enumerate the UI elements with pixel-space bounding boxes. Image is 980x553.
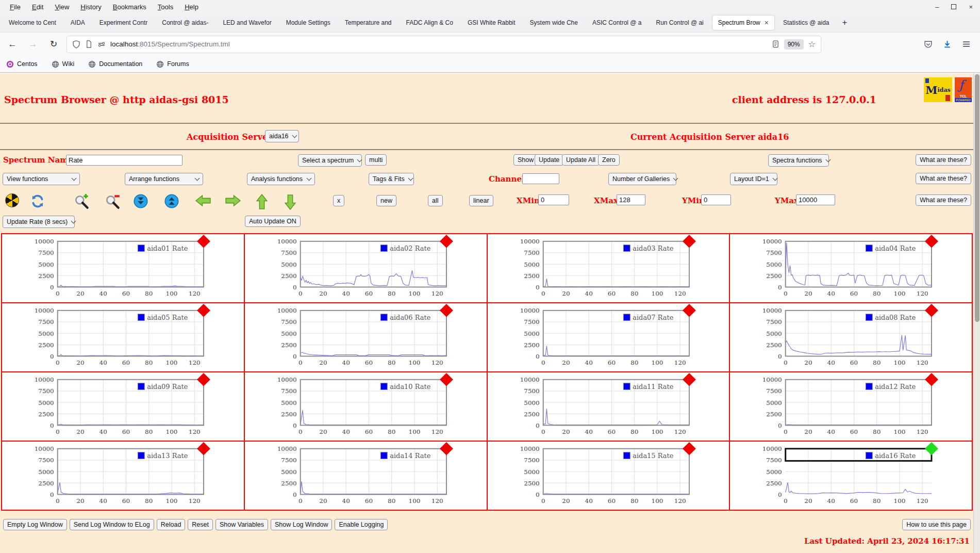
tab-control-aidas[interactable]: Control @ aidas- [156, 15, 214, 30]
pocket-icon[interactable] [924, 40, 933, 48]
status-diamond-icon[interactable] [197, 304, 210, 317]
page-scrollbar[interactable] [973, 73, 980, 553]
chart-panel-aida08-rate[interactable]: 020406080100120025005000750010000aida08 … [729, 303, 972, 372]
tab-spectrum-brow[interactable]: Spectrum Brow× [712, 15, 774, 30]
spectrum-name-input[interactable] [66, 155, 182, 166]
new-button[interactable]: new [376, 195, 396, 206]
tab-welcome-to-cent[interactable]: Welcome to Cent [3, 15, 62, 30]
forward-button[interactable]: → [26, 39, 40, 50]
chart-panel-aida15-rate[interactable]: 020406080100120025005000750010000aida15 … [487, 441, 730, 510]
tab-statistics-aida[interactable]: Statistics @ aida [777, 15, 835, 30]
menu-edit[interactable]: Edit [27, 2, 48, 12]
status-diamond-icon[interactable] [197, 442, 210, 456]
enable-logging-button[interactable]: Enable Logging [335, 519, 388, 530]
menu-history[interactable]: History [76, 2, 106, 12]
downloads-icon[interactable] [943, 40, 952, 48]
what-are-these-button[interactable]: What are these? [916, 173, 971, 184]
tab-close-icon[interactable]: × [765, 19, 769, 27]
connection-icon[interactable] [97, 40, 106, 48]
scrollbar-thumb[interactable] [975, 74, 979, 322]
arrow-right-icon[interactable] [224, 193, 241, 208]
status-diamond-icon[interactable] [440, 235, 453, 248]
url-bar[interactable]: localhost:8015/Spectrum/Spectrum.tml 90%… [67, 36, 821, 53]
status-diamond-icon[interactable] [197, 235, 210, 248]
chart-panel-aida14-rate[interactable]: 020406080100120025005000750010000aida14 … [244, 441, 487, 510]
show-log-window-button[interactable]: Show Log Window [271, 519, 333, 530]
minimize-button[interactable]: – [935, 4, 939, 10]
reset-button[interactable]: Reset [188, 519, 213, 530]
bookmark-documentation[interactable]: Documentation [88, 60, 142, 68]
arrow-up-icon[interactable] [255, 193, 269, 210]
refresh-icon[interactable] [29, 193, 46, 209]
tab-module-settings[interactable]: Module Settings [280, 15, 336, 30]
menu-tools[interactable]: Tools [153, 2, 178, 12]
zoom-out-icon[interactable] [105, 193, 121, 210]
update-rate-dropdown[interactable]: Update Rate (8 secs) [3, 216, 75, 228]
status-diamond-icon[interactable] [925, 235, 938, 248]
all-button[interactable]: all [428, 195, 443, 206]
tab-gsi-white-rabbit[interactable]: GSI White Rabbit [462, 15, 521, 30]
bookmark-star-icon[interactable]: ☆ [808, 39, 816, 49]
what-are-these-button[interactable]: What are these? [916, 194, 971, 206]
page-info-icon[interactable] [85, 40, 93, 48]
menu-file[interactable]: File [5, 2, 25, 12]
acquisition-server-select[interactable]: aida16 [265, 130, 299, 142]
chart-panel-aida10-rate[interactable]: 020406080100120025005000750010000aida10 … [244, 372, 487, 441]
spectra-functions-dropdown[interactable]: Spectra functions [768, 154, 829, 167]
update-all-button[interactable]: Update All [562, 154, 600, 166]
chart-panel-aida01-rate[interactable]: 020406080100120025005000750010000aida01 … [2, 234, 244, 303]
bookmark-forums[interactable]: Forums [156, 60, 189, 68]
empty-log-window-button[interactable]: Empty Log Window [3, 519, 67, 530]
status-diamond-icon[interactable] [197, 373, 210, 386]
chart-panel-aida06-rate[interactable]: 020406080100120025005000750010000aida06 … [244, 303, 487, 372]
zoom-in-icon[interactable] [74, 193, 90, 210]
xmin-input[interactable] [538, 194, 569, 205]
chart-panel-aida03-rate[interactable]: 020406080100120025005000750010000aida03 … [487, 234, 730, 303]
channel-input[interactable] [522, 173, 559, 184]
ymax-input[interactable] [796, 194, 835, 205]
multi-button[interactable]: multi [365, 154, 387, 166]
menu-bookmarks[interactable]: Bookmarks [108, 2, 151, 12]
reload-button[interactable]: Reload [157, 519, 186, 530]
menu-hamburger-icon[interactable] [962, 40, 971, 48]
status-diamond-icon[interactable] [682, 304, 695, 317]
zoom-level-badge[interactable]: 90% [784, 39, 804, 50]
view-functions-dropdown[interactable]: View functions [3, 173, 80, 185]
linear-button[interactable]: linear [469, 195, 493, 206]
maximize-button[interactable] [951, 4, 956, 9]
number-of-galleries-dropdown[interactable]: Number of Galleries [608, 173, 676, 185]
status-diamond-icon[interactable] [682, 235, 695, 248]
auto-update-button[interactable]: Auto Update ON [245, 216, 301, 227]
send-log-window-to-elog-button[interactable]: Send Log Window to ELog [70, 519, 154, 530]
select-spectrum-dropdown[interactable]: Select a spectrum [298, 154, 362, 167]
tab-asic-control-a[interactable]: ASIC Control @ a [587, 15, 647, 30]
status-diamond-icon[interactable] [925, 304, 938, 317]
tab-aida[interactable]: AIDA [65, 15, 91, 30]
radiation-icon[interactable] [5, 193, 19, 207]
chart-panel-aida07-rate[interactable]: 020406080100120025005000750010000aida07 … [487, 303, 730, 372]
tags-fits-dropdown[interactable]: Tags & Fits [369, 173, 414, 185]
arrange-functions-dropdown[interactable]: Arrange functions [125, 173, 203, 185]
status-diamond-icon[interactable] [440, 442, 453, 456]
show-variables-button[interactable]: Show Variables [215, 519, 268, 530]
bookmark-wiki[interactable]: Wiki [52, 60, 75, 68]
url-text[interactable]: localhost:8015/Spectrum/Spectrum.tml [110, 40, 767, 48]
chart-panel-aida04-rate[interactable]: 020406080100120025005000750010000aida04 … [729, 234, 972, 303]
back-button[interactable]: ← [5, 39, 20, 50]
bookmark-centos[interactable]: Centos [6, 60, 38, 68]
arrow-down-icon[interactable] [283, 193, 297, 210]
tab-temperature-and[interactable]: Temperature and [339, 15, 397, 30]
tab-fadc-align-co[interactable]: FADC Align & Co [401, 15, 459, 30]
tab-led-and-wavefor[interactable]: LED and Wavefor [217, 15, 277, 30]
status-diamond-icon[interactable] [682, 442, 695, 456]
zero-button[interactable]: Zero [598, 154, 620, 166]
menu-help[interactable]: Help [180, 2, 203, 12]
chart-panel-aida02-rate[interactable]: 020406080100120025005000750010000aida02 … [244, 234, 487, 303]
chart-panel-aida13-rate[interactable]: 020406080100120025005000750010000aida13 … [2, 441, 244, 510]
chart-panel-aida12-rate[interactable]: 020406080100120025005000750010000aida12 … [729, 372, 972, 441]
what-are-these-button[interactable]: What are these? [916, 154, 971, 166]
new-tab-button[interactable]: + [838, 16, 852, 29]
reload-button[interactable]: ↻ [46, 39, 61, 50]
ymin-input[interactable] [701, 194, 731, 205]
chart-panel-aida16-rate[interactable]: 020406080100120025005000750010000aida16 … [729, 441, 972, 510]
